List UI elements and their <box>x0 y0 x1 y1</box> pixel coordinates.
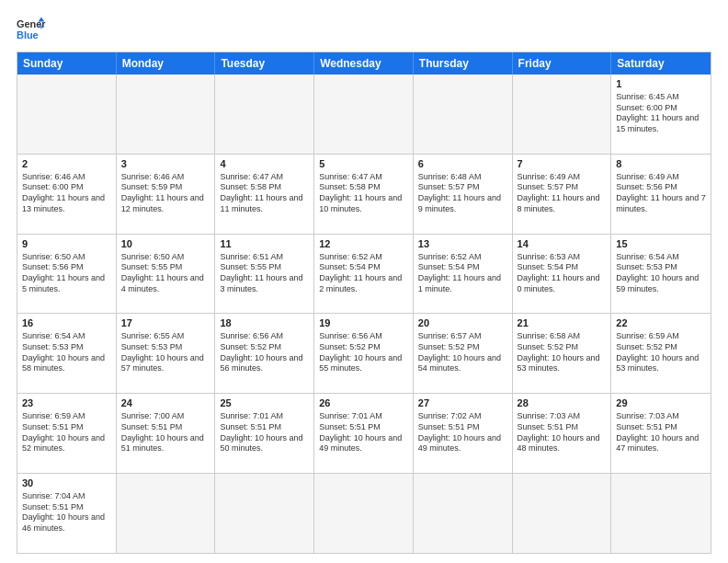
day-info: Sunrise: 6:49 AM Sunset: 5:57 PM Dayligh… <box>518 172 607 215</box>
calendar-cell <box>513 474 612 553</box>
day-info: Sunrise: 6:54 AM Sunset: 5:53 PM Dayligh… <box>22 331 111 374</box>
day-number: 12 <box>319 237 408 251</box>
day-of-week-header: Wednesday <box>314 52 414 75</box>
calendar-week-row: 16Sunrise: 6:54 AM Sunset: 5:53 PM Dayli… <box>17 313 711 393</box>
day-info: Sunrise: 6:53 AM Sunset: 5:54 PM Dayligh… <box>518 252 607 295</box>
day-info: Sunrise: 6:52 AM Sunset: 5:54 PM Dayligh… <box>319 252 408 295</box>
calendar-cell: 16Sunrise: 6:54 AM Sunset: 5:53 PM Dayli… <box>17 314 117 393</box>
calendar-cell: 27Sunrise: 7:02 AM Sunset: 5:51 PM Dayli… <box>414 394 513 473</box>
day-info: Sunrise: 6:59 AM Sunset: 5:52 PM Dayligh… <box>616 331 706 374</box>
day-info: Sunrise: 6:46 AM Sunset: 5:59 PM Dayligh… <box>121 172 210 215</box>
day-number: 14 <box>518 237 607 251</box>
day-number: 4 <box>220 157 309 171</box>
day-number: 8 <box>616 157 706 171</box>
calendar-cell: 10Sunrise: 6:50 AM Sunset: 5:55 PM Dayli… <box>117 235 216 314</box>
calendar-cell <box>414 474 513 553</box>
calendar-cell: 23Sunrise: 6:59 AM Sunset: 5:51 PM Dayli… <box>17 394 117 473</box>
day-info: Sunrise: 6:56 AM Sunset: 5:52 PM Dayligh… <box>319 331 408 374</box>
calendar-cell <box>117 474 216 553</box>
day-info: Sunrise: 6:45 AM Sunset: 6:00 PM Dayligh… <box>616 92 706 135</box>
svg-text:Blue: Blue <box>17 29 39 40</box>
day-number: 19 <box>319 316 408 330</box>
day-info: Sunrise: 6:46 AM Sunset: 6:00 PM Dayligh… <box>22 172 111 215</box>
calendar-cell: 7Sunrise: 6:49 AM Sunset: 5:57 PM Daylig… <box>513 155 612 234</box>
logo: General Blue <box>17 17 46 42</box>
day-info: Sunrise: 6:54 AM Sunset: 5:53 PM Dayligh… <box>616 252 706 295</box>
calendar-week-row: 23Sunrise: 6:59 AM Sunset: 5:51 PM Dayli… <box>17 393 711 473</box>
day-info: Sunrise: 6:50 AM Sunset: 5:56 PM Dayligh… <box>22 252 111 295</box>
day-info: Sunrise: 7:04 AM Sunset: 5:51 PM Dayligh… <box>22 491 111 534</box>
calendar-header: SundayMondayTuesdayWednesdayThursdayFrid… <box>17 52 711 75</box>
day-number: 20 <box>418 316 507 330</box>
calendar-cell: 26Sunrise: 7:01 AM Sunset: 5:51 PM Dayli… <box>314 394 414 473</box>
day-info: Sunrise: 6:59 AM Sunset: 5:51 PM Dayligh… <box>22 411 111 454</box>
calendar-cell <box>414 75 513 154</box>
day-number: 2 <box>22 157 111 171</box>
calendar-cell: 8Sunrise: 6:49 AM Sunset: 5:56 PM Daylig… <box>611 155 711 234</box>
calendar-cell: 29Sunrise: 7:03 AM Sunset: 5:51 PM Dayli… <box>611 394 711 473</box>
calendar-cell: 24Sunrise: 7:00 AM Sunset: 5:51 PM Dayli… <box>117 394 216 473</box>
calendar-cell <box>17 75 117 154</box>
day-number: 7 <box>518 157 607 171</box>
calendar-cell: 13Sunrise: 6:52 AM Sunset: 5:54 PM Dayli… <box>414 235 513 314</box>
day-number: 16 <box>22 316 111 330</box>
day-number: 6 <box>418 157 507 171</box>
calendar-cell: 4Sunrise: 6:47 AM Sunset: 5:58 PM Daylig… <box>215 155 314 234</box>
day-info: Sunrise: 6:52 AM Sunset: 5:54 PM Dayligh… <box>418 252 507 295</box>
calendar-week-row: 1Sunrise: 6:45 AM Sunset: 6:00 PM Daylig… <box>17 75 711 154</box>
calendar-cell: 15Sunrise: 6:54 AM Sunset: 5:53 PM Dayli… <box>611 235 711 314</box>
day-number: 1 <box>616 77 706 91</box>
day-info: Sunrise: 6:49 AM Sunset: 5:56 PM Dayligh… <box>616 172 706 215</box>
calendar-cell: 19Sunrise: 6:56 AM Sunset: 5:52 PM Dayli… <box>314 314 414 393</box>
calendar-cell: 21Sunrise: 6:58 AM Sunset: 5:52 PM Dayli… <box>513 314 612 393</box>
day-info: Sunrise: 6:58 AM Sunset: 5:52 PM Dayligh… <box>518 331 607 374</box>
day-number: 24 <box>121 396 210 410</box>
day-info: Sunrise: 7:03 AM Sunset: 5:51 PM Dayligh… <box>518 411 607 454</box>
day-info: Sunrise: 6:57 AM Sunset: 5:52 PM Dayligh… <box>418 331 507 374</box>
day-info: Sunrise: 6:48 AM Sunset: 5:57 PM Dayligh… <box>418 172 507 215</box>
calendar-cell <box>215 474 314 553</box>
day-number: 3 <box>121 157 210 171</box>
day-info: Sunrise: 6:47 AM Sunset: 5:58 PM Dayligh… <box>220 172 309 215</box>
day-of-week-header: Tuesday <box>215 52 314 75</box>
calendar-cell: 9Sunrise: 6:50 AM Sunset: 5:56 PM Daylig… <box>17 235 117 314</box>
day-info: Sunrise: 6:47 AM Sunset: 5:58 PM Dayligh… <box>319 172 408 215</box>
calendar-cell <box>513 75 612 154</box>
calendar-cell <box>314 75 414 154</box>
calendar-cell: 2Sunrise: 6:46 AM Sunset: 6:00 PM Daylig… <box>17 155 117 234</box>
calendar-week-row: 9Sunrise: 6:50 AM Sunset: 5:56 PM Daylig… <box>17 234 711 314</box>
day-info: Sunrise: 7:01 AM Sunset: 5:51 PM Dayligh… <box>220 411 309 454</box>
day-of-week-header: Thursday <box>414 52 513 75</box>
day-info: Sunrise: 7:02 AM Sunset: 5:51 PM Dayligh… <box>418 411 507 454</box>
header: General Blue <box>17 17 711 42</box>
calendar-cell: 3Sunrise: 6:46 AM Sunset: 5:59 PM Daylig… <box>117 155 216 234</box>
calendar: SundayMondayTuesdayWednesdayThursdayFrid… <box>17 52 711 554</box>
day-number: 26 <box>319 396 408 410</box>
calendar-cell: 6Sunrise: 6:48 AM Sunset: 5:57 PM Daylig… <box>414 155 513 234</box>
calendar-cell: 5Sunrise: 6:47 AM Sunset: 5:58 PM Daylig… <box>314 155 414 234</box>
day-number: 29 <box>616 396 706 410</box>
day-number: 11 <box>220 237 309 251</box>
calendar-week-row: 30Sunrise: 7:04 AM Sunset: 5:51 PM Dayli… <box>17 473 711 553</box>
day-info: Sunrise: 6:56 AM Sunset: 5:52 PM Dayligh… <box>220 331 309 374</box>
calendar-cell: 18Sunrise: 6:56 AM Sunset: 5:52 PM Dayli… <box>215 314 314 393</box>
day-info: Sunrise: 7:01 AM Sunset: 5:51 PM Dayligh… <box>319 411 408 454</box>
day-number: 28 <box>518 396 607 410</box>
calendar-week-row: 2Sunrise: 6:46 AM Sunset: 6:00 PM Daylig… <box>17 154 711 234</box>
calendar-cell: 1Sunrise: 6:45 AM Sunset: 6:00 PM Daylig… <box>611 75 711 154</box>
generalblue-logo-icon: General Blue <box>17 17 46 42</box>
calendar-cell: 30Sunrise: 7:04 AM Sunset: 5:51 PM Dayli… <box>17 474 117 553</box>
day-info: Sunrise: 7:00 AM Sunset: 5:51 PM Dayligh… <box>121 411 210 454</box>
day-of-week-header: Saturday <box>611 52 711 75</box>
day-info: Sunrise: 6:55 AM Sunset: 5:53 PM Dayligh… <box>121 331 210 374</box>
day-number: 21 <box>518 316 607 330</box>
calendar-cell: 20Sunrise: 6:57 AM Sunset: 5:52 PM Dayli… <box>414 314 513 393</box>
day-number: 9 <box>22 237 111 251</box>
page: General Blue SundayMondayTuesdayWednesda… <box>0 0 728 563</box>
calendar-cell <box>117 75 216 154</box>
day-number: 27 <box>418 396 507 410</box>
calendar-cell: 11Sunrise: 6:51 AM Sunset: 5:55 PM Dayli… <box>215 235 314 314</box>
day-of-week-header: Monday <box>117 52 216 75</box>
calendar-cell: 14Sunrise: 6:53 AM Sunset: 5:54 PM Dayli… <box>513 235 612 314</box>
day-of-week-header: Sunday <box>17 52 117 75</box>
